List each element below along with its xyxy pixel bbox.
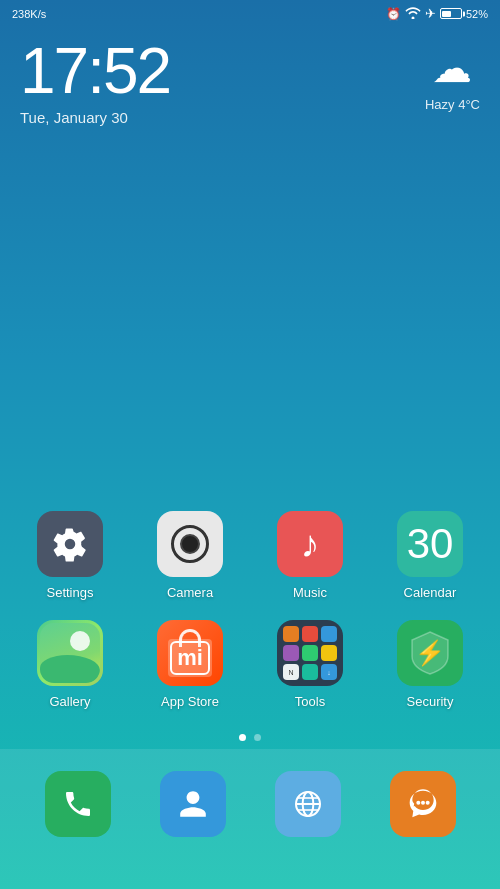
battery-icon [440, 8, 462, 19]
status-icons: ⏰ ✈ 52% [386, 6, 488, 21]
app-item-appstore[interactable]: mi App Store [145, 620, 235, 709]
app-row-1: Settings Camera ♪ Music 30 Calendar [10, 511, 490, 600]
page-indicator [0, 734, 500, 741]
alarm-icon: ⏰ [386, 7, 401, 21]
status-bar: 238K/s ⏰ ✈ 52% [0, 0, 500, 25]
dock [0, 749, 500, 889]
app-label-settings: Settings [47, 585, 94, 600]
date-display: Tue, January 30 [20, 109, 170, 126]
contacts-icon [160, 771, 226, 837]
app-item-gallery[interactable]: Gallery [25, 620, 115, 709]
svg-point-7 [425, 801, 429, 805]
app-label-tools: Tools [295, 694, 325, 709]
appstore-icon: mi [157, 620, 223, 686]
app-label-calendar: Calendar [404, 585, 457, 600]
app-item-settings[interactable]: Settings [25, 511, 115, 600]
dock-item-messages[interactable] [390, 771, 456, 837]
app-item-security[interactable]: ⚡ Security [385, 620, 475, 709]
wifi-icon [405, 7, 421, 21]
dock-item-contacts[interactable] [160, 771, 226, 837]
calendar-date: 30 [407, 523, 454, 565]
network-speed: 238K/s [12, 8, 46, 20]
browser-icon [275, 771, 341, 837]
app-label-camera: Camera [167, 585, 213, 600]
weather-box: ☁ Hazy 4°C [425, 39, 480, 113]
page-dot-1 [239, 734, 246, 741]
app-label-music: Music [293, 585, 327, 600]
dock-item-browser[interactable] [275, 771, 341, 837]
music-icon: ♪ [277, 511, 343, 577]
gallery-icon [37, 620, 103, 686]
app-item-camera[interactable]: Camera [145, 511, 235, 600]
app-label-appstore: App Store [161, 694, 219, 709]
weather-icon: ☁ [425, 45, 480, 91]
settings-icon [37, 511, 103, 577]
clock-area: 17:52 Tue, January 30 ☁ Hazy 4°C [0, 25, 500, 126]
tools-icon: N ↓ [277, 620, 343, 686]
dock-item-phone[interactable] [45, 771, 111, 837]
time-display: 17:52 [20, 39, 170, 103]
app-item-tools[interactable]: N ↓ Tools [265, 620, 355, 709]
app-item-calendar[interactable]: 30 Calendar [385, 511, 475, 600]
svg-point-6 [421, 801, 425, 805]
camera-icon [157, 511, 223, 577]
app-label-gallery: Gallery [49, 694, 90, 709]
security-icon: ⚡ [397, 620, 463, 686]
weather-text: Hazy 4°C [425, 97, 480, 112]
calendar-icon: 30 [397, 511, 463, 577]
app-label-security: Security [407, 694, 454, 709]
page-dot-2 [254, 734, 261, 741]
app-grid: Settings Camera ♪ Music 30 Calendar [0, 511, 500, 729]
app-row-2: Gallery mi App Store [10, 620, 490, 709]
messages-icon [390, 771, 456, 837]
battery-percent: 52% [466, 8, 488, 20]
clock-block: 17:52 Tue, January 30 [20, 39, 170, 126]
airplane-icon: ✈ [425, 6, 436, 21]
app-item-music[interactable]: ♪ Music [265, 511, 355, 600]
phone-icon [45, 771, 111, 837]
svg-point-5 [416, 801, 420, 805]
